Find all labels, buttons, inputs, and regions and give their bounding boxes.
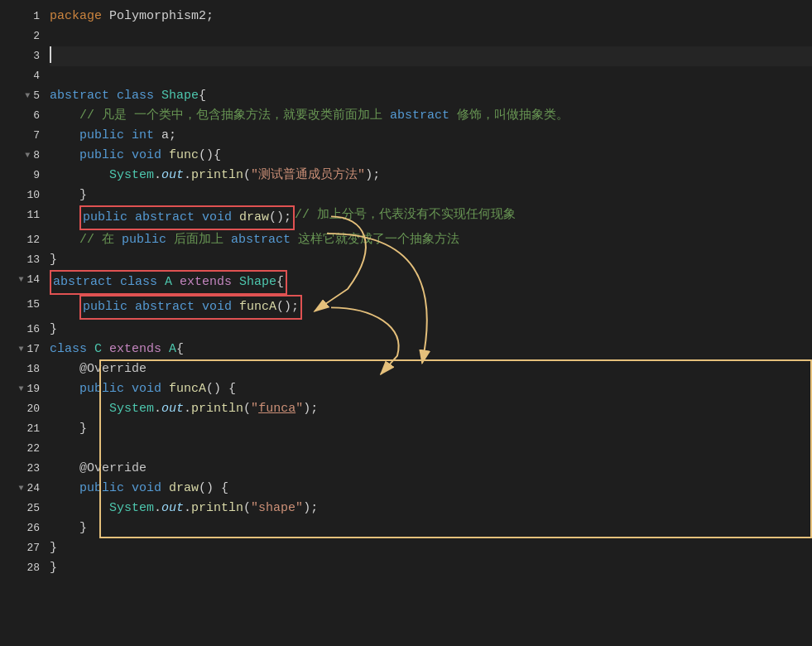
red-box-funcA: public abstract void funcA(); [79,295,302,320]
gutter-19: ▼ 19 [7,379,40,399]
gutter-6: 6 [7,106,40,126]
gutter-18: 18 [7,359,40,379]
line-16: 16 } [50,320,812,340]
gutter-4: 4 [7,66,40,86]
gutter-28: 28 [7,558,40,578]
line-24: ▼ 24 public void draw() { [50,479,812,499]
line-17: ▼ 17 class C extends A{ [50,340,812,359]
line-28: 28 } [50,558,812,578]
fold-icon-17[interactable]: ▼ [18,340,23,359]
line-10: 10 } [50,186,812,205]
gutter-2: 2 [7,27,40,46]
line-13: 13 } [50,250,812,270]
gutter-5: ▼ 5 [7,86,40,106]
line-27: 27 } [50,538,812,558]
gutter-1: 1 [7,7,40,27]
gutter-14: ▼ 14 [7,270,40,290]
line-12: 12 // 在 public 后面加上 abstract 这样它就变成了一个抽象… [50,230,812,250]
gutter-16: 16 [7,320,40,340]
fold-icon-5[interactable]: ▼ [25,86,30,106]
line-20: 20 System.out.println("funca"); [50,399,812,419]
gutter-21: 21 [7,419,40,439]
line-22: 22 [50,439,812,459]
line-14: ▼ 14 abstract class A extends Shape{ [50,270,812,295]
line-11: 11 public abstract void draw();// 加上分号，代… [50,205,812,230]
gutter-3: 3 [7,46,40,66]
line-18: 18 @Override [50,359,812,379]
red-box-draw: public abstract void draw(); [79,205,295,230]
kw-abstract: abstract [50,86,117,106]
line-9: 9 System.out.println("测试普通成员方法"); [50,166,812,186]
gutter-20: 20 [7,399,40,419]
gutter-12: 12 [7,230,40,250]
line-2: 2 [50,27,812,46]
gutter-8: ▼ 8 [7,146,40,166]
red-box-classA: abstract class A extends Shape{ [50,270,287,295]
gutter-10: 10 [7,186,40,205]
gutter-27: 27 [7,538,40,558]
gutter-15: 15 [7,295,40,315]
gutter-23: 23 [7,459,40,479]
yellow-box-section: 18 @Override ▼ 19 public void funcA() { … [50,359,812,538]
line-19: ▼ 19 public void funcA() { [50,379,812,399]
gutter-26: 26 [7,518,40,538]
line-3: 3 [50,46,812,66]
fold-icon-24[interactable]: ▼ [18,479,23,499]
gutter-9: 9 [7,166,40,186]
line-15: 15 public abstract void funcA(); [50,295,812,320]
gutter-24: ▼ 24 [7,479,40,499]
gutter-11: 11 [7,205,40,225]
gutter-13: 13 [7,250,40,270]
editor-container: 1 package Polymorphism2; 2 3 4 ▼ 5 abstr… [0,0,812,646]
line-21: 21 } [50,419,812,439]
line-25: 25 System.out.println("shape"); [50,499,812,518]
gutter-17: ▼ 17 [7,340,40,359]
gutter-22: 22 [7,439,40,459]
line-5: ▼ 5 abstract class Shape{ [50,86,812,106]
gutter-7: 7 [7,126,40,146]
code-area: 1 package Polymorphism2; 2 3 4 ▼ 5 abstr… [0,0,812,578]
line-1: 1 package Polymorphism2; [50,7,812,27]
cursor [50,46,51,63]
line-23: 23 @Override [50,459,812,479]
line-6: 6 // 凡是 一个类中，包含抽象方法，就要改类前面加上 abstract 修饰… [50,106,812,126]
line-26: 26 } [50,518,812,538]
fold-icon-14[interactable]: ▼ [18,270,23,290]
line-4: 4 [50,66,812,86]
fold-icon-19[interactable]: ▼ [18,379,23,399]
gutter-25: 25 [7,499,40,518]
comment-6: // 凡是 一个类中，包含抽象方法，就要改类前面加上 abstract 修饰，叫… [50,106,569,126]
line-8: ▼ 8 public void func(){ [50,146,812,166]
keyword-package: package [50,7,109,27]
fold-icon-8[interactable]: ▼ [25,146,30,166]
line-7: 7 public int a; [50,126,812,146]
